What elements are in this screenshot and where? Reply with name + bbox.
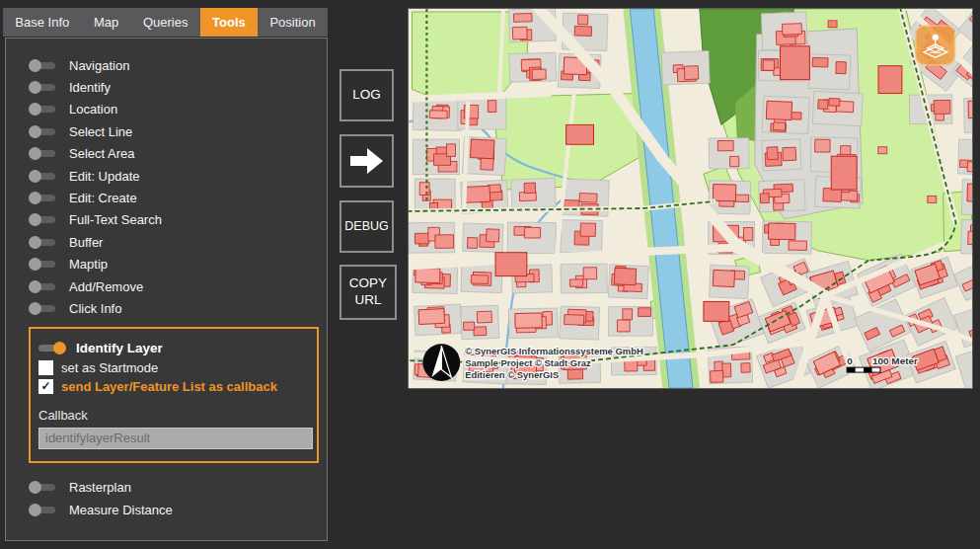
identify-layer-box: Identify Layer set as Startmode ✓ send L… [29, 327, 319, 463]
map-canvas[interactable]: © SynerGIS Informationssysteme GmbH Samp… [409, 9, 972, 388]
edit-update-toggle[interactable] [29, 170, 56, 183]
svg-text:100 Meter: 100 Meter [872, 355, 918, 366]
log-button[interactable]: LOG [339, 69, 394, 121]
toggle-row-select-area: Select Area [29, 143, 327, 165]
toggle-row-select-line: Select Line [29, 120, 327, 142]
toggle-label: Buffer [69, 235, 103, 250]
next-arrow-button[interactable] [339, 134, 394, 188]
startmode-label: set as Startmode [61, 360, 158, 375]
tools-panel: Navigation Identify Location Select Line… [5, 38, 328, 541]
tab-bar: Base Info Map Queries Tools Position [3, 8, 328, 37]
toggle-label: Identify [69, 80, 111, 95]
tab-map[interactable]: Map [82, 8, 131, 37]
select-line-toggle[interactable] [29, 125, 56, 138]
tab-queries[interactable]: Queries [131, 8, 200, 37]
rasterplan-toggle[interactable] [29, 481, 56, 494]
toggle-label: Location [69, 102, 117, 117]
copy-url-button[interactable]: COPY URL [339, 265, 397, 320]
svg-text:0: 0 [847, 355, 853, 366]
measure-distance-toggle[interactable] [29, 504, 56, 516]
callback-checkbox-row: ✓ send Layer/Feature List as callback [38, 378, 307, 396]
debug-button[interactable]: DEBUG [339, 200, 394, 253]
toggle-row-rasterplan: Rasterplan [29, 477, 327, 499]
startmode-checkbox[interactable] [38, 360, 53, 375]
toggle-row-maptip: Maptip [29, 254, 327, 275]
toggle-label: Edit: Update [69, 169, 140, 184]
toggle-row-navigation: Navigation [29, 54, 327, 76]
add-remove-toggle[interactable] [29, 280, 56, 293]
location-toggle[interactable] [29, 103, 56, 116]
identify-layer-header: Identify Layer [38, 339, 307, 358]
tab-position[interactable]: Position [258, 8, 328, 37]
toggle-label: Measure Distance [69, 503, 173, 517]
svg-text:Sample Project © Stadt Graz: Sample Project © Stadt Graz [465, 357, 591, 368]
callback-checkbox-label: send Layer/Feature List as callback [61, 379, 277, 394]
toggle-label: Click Info [69, 301, 121, 316]
select-area-toggle[interactable] [29, 147, 56, 160]
callback-checkbox[interactable]: ✓ [38, 379, 53, 394]
toggle-row-edit-create: Edit: Create [29, 187, 327, 208]
identify-toggle[interactable] [29, 81, 56, 94]
map-container: © SynerGIS Informationssysteme GmbH Samp… [408, 8, 973, 389]
toggle-label: Select Area [69, 146, 135, 161]
toggle-label: Select Line [69, 124, 132, 139]
identify-layer-toggle[interactable] [38, 342, 66, 354]
toggle-label: Add/Remove [69, 279, 143, 294]
arrow-right-icon [350, 147, 384, 175]
toggle-label: Rasterplan [69, 480, 131, 495]
toggle-row-add-remove: Add/Remove [29, 275, 327, 297]
callback-field-label: Callback [38, 408, 307, 426]
svg-text:© SynerGIS Informationssysteme: © SynerGIS Informationssysteme GmbH [465, 346, 643, 356]
click-info-toggle[interactable] [29, 302, 56, 315]
toggle-row-location: Location [29, 99, 327, 120]
startmode-row: set as Startmode [38, 359, 307, 377]
tab-tools[interactable]: Tools [200, 8, 258, 37]
toggle-row-measure-distance: Measure Distance [29, 499, 327, 520]
toggle-label: Full-Text Search [69, 212, 162, 227]
toggle-label: Edit: Create [69, 191, 137, 205]
toggle-row-fulltext-search: Full-Text Search [29, 209, 327, 231]
tab-base-info[interactable]: Base Info [3, 8, 82, 37]
callback-input[interactable]: identifylayerResult [38, 428, 313, 449]
edit-create-toggle[interactable] [29, 192, 56, 204]
toggle-row-click-info: Click Info [29, 297, 327, 319]
toggle-row-identify: Identify [29, 76, 327, 98]
checkmark-icon: ✓ [38, 379, 53, 394]
compass-north-icon [422, 344, 460, 381]
svg-text:Editieren © SynerGIS: Editieren © SynerGIS [465, 369, 559, 380]
identify-layer-title: Identify Layer [76, 341, 163, 355]
navigation-toggle[interactable] [29, 59, 56, 72]
toggle-row-buffer: Buffer [29, 231, 327, 253]
buffer-toggle[interactable] [29, 236, 56, 249]
maptip-toggle[interactable] [29, 258, 56, 271]
toggle-label: Navigation [69, 58, 129, 73]
bottom-toggles: Rasterplan Measure Distance [29, 477, 327, 521]
fulltext-search-toggle[interactable] [29, 213, 56, 226]
toggle-row-edit-update: Edit: Update [29, 165, 327, 187]
oblique-view-button[interactable] [916, 26, 955, 65]
toggle-label: Maptip [69, 257, 108, 272]
